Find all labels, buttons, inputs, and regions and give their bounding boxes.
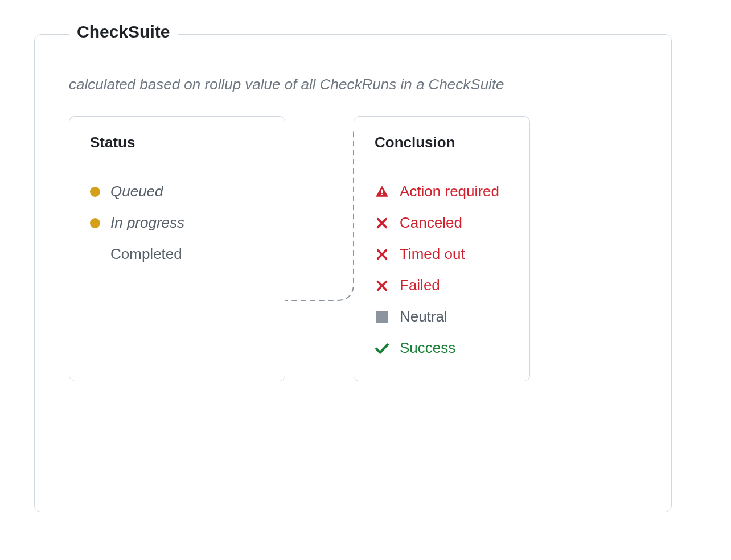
square-icon [375, 310, 389, 324]
dot-yellow-icon [90, 218, 100, 228]
svg-rect-0 [381, 189, 383, 193]
svg-rect-1 [381, 193, 383, 195]
conclusion-label: Neutral [400, 308, 447, 326]
conclusion-label: Success [400, 339, 455, 357]
status-label: Queued [110, 183, 163, 200]
conclusion-item-canceled: Canceled [375, 207, 509, 238]
alert-triangle-icon [375, 184, 389, 199]
status-item-in-progress: In progress [90, 207, 264, 238]
conclusion-item-timed-out: Timed out [375, 238, 509, 270]
status-item-queued: Queued [90, 176, 264, 207]
conclusion-item-action-required: Action required [375, 176, 509, 207]
conclusion-heading: Conclusion [375, 134, 509, 151]
checksuite-group: CheckSuite calculated based on rollup va… [34, 34, 672, 512]
conclusion-item-neutral: Neutral [375, 301, 509, 332]
x-icon [375, 216, 389, 230]
x-icon [375, 247, 389, 262]
conclusion-label: Canceled [400, 214, 462, 232]
status-heading: Status [90, 134, 264, 151]
divider [90, 162, 264, 162]
status-label: Completed [110, 245, 182, 263]
conclusion-label: Timed out [400, 245, 465, 263]
check-icon [375, 341, 389, 356]
dot-placeholder [90, 249, 100, 260]
conclusion-item-failed: Failed [375, 270, 509, 301]
conclusion-item-success: Success [375, 332, 509, 364]
status-item-completed: Completed [90, 238, 264, 270]
conclusion-label: Failed [400, 277, 440, 294]
group-subtitle: calculated based on rollup value of all … [69, 76, 637, 93]
group-title: CheckSuite [69, 22, 178, 42]
conclusion-label: Action required [400, 183, 499, 200]
status-panel: Status Queued In progress Completed [69, 116, 285, 381]
status-label: In progress [110, 214, 184, 232]
divider [375, 162, 509, 162]
x-icon [375, 278, 389, 293]
conclusion-panel: Conclusion Action required [354, 116, 530, 381]
panels-row: Status Queued In progress Completed Conc… [69, 116, 637, 381]
dot-yellow-icon [90, 187, 100, 197]
